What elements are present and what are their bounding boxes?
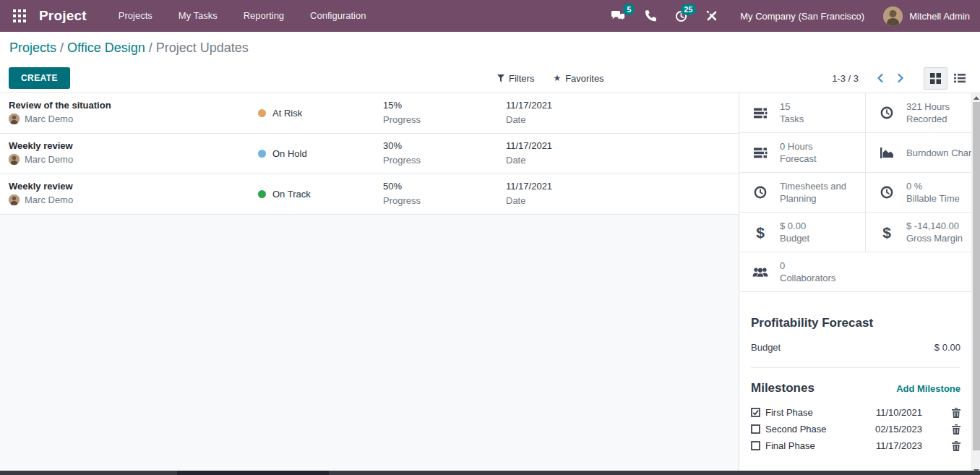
trash-icon[interactable] — [952, 424, 960, 435]
filter-funnel-icon — [497, 74, 504, 82]
stat-hours-recorded[interactable]: 321 HoursRecorded — [865, 93, 980, 133]
status-block: On Hold — [258, 134, 307, 174]
clock-icon — [752, 186, 769, 199]
apps-grid-icon[interactable] — [9, 9, 30, 22]
scrollbar-thumb[interactable] — [973, 102, 980, 450]
menu-my-tasks[interactable]: My Tasks — [166, 0, 231, 32]
section-divider — [751, 367, 960, 368]
trash-icon[interactable] — [952, 408, 960, 418]
control-bar: CREATE Filters ★ Favorites 1-3 / 3 — [0, 64, 980, 93]
stat-timesheets-planning[interactable]: Timesheets and Planning — [739, 173, 865, 213]
list-view-button[interactable] — [947, 67, 971, 90]
breadcrumb-projects[interactable]: Projects — [9, 40, 56, 55]
stat-label: Collaborators — [780, 273, 835, 283]
milestone-checkbox[interactable] — [751, 408, 760, 417]
activities-icon[interactable]: 25 — [666, 10, 697, 22]
milestone-name[interactable]: First Phase — [765, 407, 867, 418]
create-button[interactable]: CREATE — [9, 67, 70, 89]
date-label: Date — [506, 155, 552, 166]
milestone-date: 11/17/2023 — [867, 440, 922, 451]
milestone-name[interactable]: Final Phase — [765, 440, 867, 451]
stat-tasks[interactable]: 15Tasks — [739, 93, 865, 133]
progress-block: 15% Progress — [383, 100, 421, 125]
status-dot — [258, 109, 266, 117]
add-milestone-link[interactable]: Add Milestone — [896, 383, 960, 394]
menu-reporting[interactable]: Reporting — [231, 0, 297, 32]
messages-badge: 5 — [623, 4, 635, 16]
update-title: Weekly review — [9, 181, 73, 192]
milestone-name[interactable]: Second Phase — [765, 424, 867, 435]
tools-icon[interactable] — [697, 10, 727, 22]
main-area: Review of the situation Marc Demo At Ris… — [0, 93, 980, 475]
milestone-checkbox[interactable] — [751, 441, 760, 450]
author-name: Marc Demo — [25, 194, 73, 205]
milestone-checkbox[interactable] — [751, 424, 760, 434]
update-row[interactable]: Weekly review Marc Demo On Hold 30% Prog… — [0, 134, 739, 174]
pager-previous-icon[interactable] — [870, 70, 890, 86]
status-dot — [258, 150, 266, 158]
status-label: On Track — [272, 189, 311, 200]
stat-label: Billable Time — [906, 193, 960, 204]
stat-burndown-chart[interactable]: Burndown Chart — [865, 133, 980, 173]
progress-block: 50% Progress — [383, 181, 421, 206]
window-bottom-edge — [0, 471, 980, 475]
updates-list: Review of the situation Marc Demo At Ris… — [0, 93, 739, 475]
people-icon — [752, 267, 769, 278]
status-dot — [258, 190, 266, 198]
stat-label: Recorded — [906, 114, 947, 124]
breadcrumb-separator: / — [145, 40, 156, 55]
stat-label: Tasks — [780, 114, 804, 124]
milestones-list: First Phase 11/10/2021 Second Phase 02 — [751, 404, 960, 454]
milestone-row: Final Phase 11/17/2023 — [751, 437, 960, 454]
breadcrumb-current: Project Updates — [156, 40, 249, 55]
stat-label: Burndown Chart — [906, 147, 974, 158]
progress-block: 30% Progress — [383, 140, 421, 166]
dollar-icon: $ — [878, 225, 895, 240]
update-row[interactable]: Weekly review Marc Demo On Track 50% Pro… — [0, 174, 739, 215]
menu-projects[interactable]: Projects — [106, 0, 166, 32]
stat-gross-margin[interactable]: $ $ -14,140.00Gross Margin — [865, 213, 980, 252]
star-icon: ★ — [553, 73, 561, 83]
user-menu[interactable]: Mitchell Admin — [883, 7, 970, 26]
stat-collaborators[interactable]: 0Collaborators — [739, 252, 980, 292]
stat-hours-forecast[interactable]: 0 HoursForecast — [739, 133, 865, 173]
project-stats-panel: 15Tasks 321 HoursRecorded — [739, 93, 980, 475]
trash-icon[interactable] — [952, 441, 960, 451]
author-avatar — [9, 114, 20, 124]
menu-configuration[interactable]: Configuration — [297, 0, 379, 32]
stat-value: 0 Hours — [780, 141, 813, 152]
status-block: On Track — [258, 174, 311, 214]
milestone-row: First Phase 11/10/2021 — [751, 404, 960, 421]
scrollbar-up-icon[interactable] — [972, 93, 980, 102]
main-menu: Projects My Tasks Reporting Configuratio… — [106, 0, 379, 32]
update-row[interactable]: Review of the situation Marc Demo At Ris… — [0, 93, 739, 134]
breadcrumb-office-design[interactable]: Office Design — [67, 40, 145, 55]
filters-button[interactable]: Filters — [497, 73, 534, 84]
status-block: At Risk — [258, 93, 302, 133]
stat-label: Forecast — [780, 153, 817, 164]
stat-billable-time[interactable]: 0 %Billable Time — [865, 173, 980, 213]
pager-next-icon[interactable] — [890, 70, 911, 86]
profitability-title: Profitability Forecast — [751, 316, 960, 330]
company-switcher[interactable]: My Company (San Francisco) — [740, 11, 864, 22]
progress-label: Progress — [383, 195, 421, 206]
author-name: Marc Demo — [25, 154, 73, 165]
stats-grid: 15Tasks 321 HoursRecorded — [739, 93, 972, 292]
favorites-button[interactable]: ★ Favorites — [553, 73, 603, 84]
author-name: Marc Demo — [25, 114, 73, 124]
stat-budget[interactable]: $ $ 0.00Budget — [739, 213, 865, 252]
kanban-view-button[interactable] — [924, 67, 947, 90]
filters-label: Filters — [509, 73, 534, 84]
progress-label: Progress — [383, 114, 421, 125]
stat-value: 0 % — [906, 181, 922, 192]
phone-icon[interactable] — [635, 10, 666, 22]
view-switcher — [924, 67, 971, 90]
panel-scrollbar[interactable] — [971, 93, 980, 475]
breadcrumb-row: Projects/Office Design/Project Updates — [0, 32, 980, 64]
milestone-row: Second Phase 02/15/2023 — [751, 421, 960, 437]
milestone-date: 11/10/2021 — [867, 407, 922, 418]
stat-value: $ 0.00 — [780, 221, 806, 231]
date-value: 11/17/2021 — [506, 181, 552, 192]
messages-icon[interactable]: 5 — [601, 10, 635, 22]
date-value: 11/17/2021 — [506, 100, 552, 111]
